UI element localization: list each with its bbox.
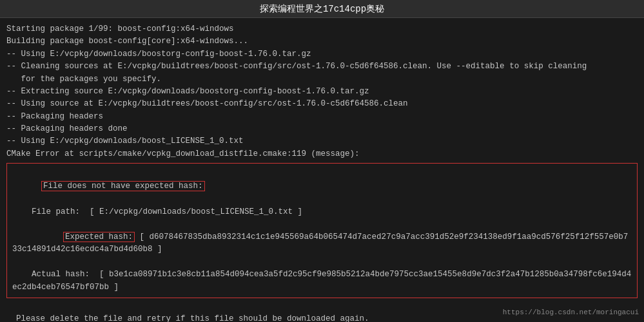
expected-hash-label — [44, 232, 63, 242]
error-title: File does not have expected hash: — [41, 181, 205, 191]
line-2: Building package boost-config[core]:x64-… — [6, 35, 638, 48]
line-5: -- Extracting source E:/vcpkg/downloads/… — [6, 86, 638, 98]
terminal: Starting package 1/99: boost-config:x64-… — [0, 18, 644, 322]
expected-hash-line: Expected hash: [ d6078467835dba8932314c1… — [12, 219, 632, 269]
line-3: -- Using E:/vcpkg/downloads/boostorg-con… — [6, 48, 638, 61]
file-path-line: File path: [ E:/vcpkg/downloads/boost_LI… — [12, 206, 632, 218]
line-8: -- Packaging headers done — [6, 123, 638, 135]
line-4: -- Cleaning sources at E:/vcpkg/buildtre… — [6, 61, 638, 73]
line-7: -- Packaging headers — [6, 111, 638, 123]
line-4b: for the packages you specify. — [6, 73, 638, 86]
title-bar: 探索编程世界之17c14cpp奥秘 — [0, 0, 644, 18]
error-title-line: File does not have expected hash: — [12, 167, 632, 205]
line-6: -- Using source at E:/vcpkg/buildtrees/b… — [6, 98, 638, 110]
actual-hash-line: Actual hash: [ b3e1ca08971b1c3e8cb11a854… — [12, 269, 632, 294]
title-text: 探索编程世界之17c14cpp奥秘 — [260, 3, 384, 15]
line-9: -- Using E:/vcpkg/downloads/boost_LICENS… — [6, 135, 638, 147]
expected-label-box: Expected hash: — [63, 232, 135, 242]
error-box: File does not have expected hash: File p… — [6, 163, 638, 298]
line-cmake-error: CMake Error at scripts/cmake/vcpkg_downl… — [6, 148, 638, 160]
watermark: https://blog.csdn.net/moringacui — [503, 307, 639, 318]
line-1: Starting package 1/99: boost-config:x64-… — [6, 23, 638, 35]
